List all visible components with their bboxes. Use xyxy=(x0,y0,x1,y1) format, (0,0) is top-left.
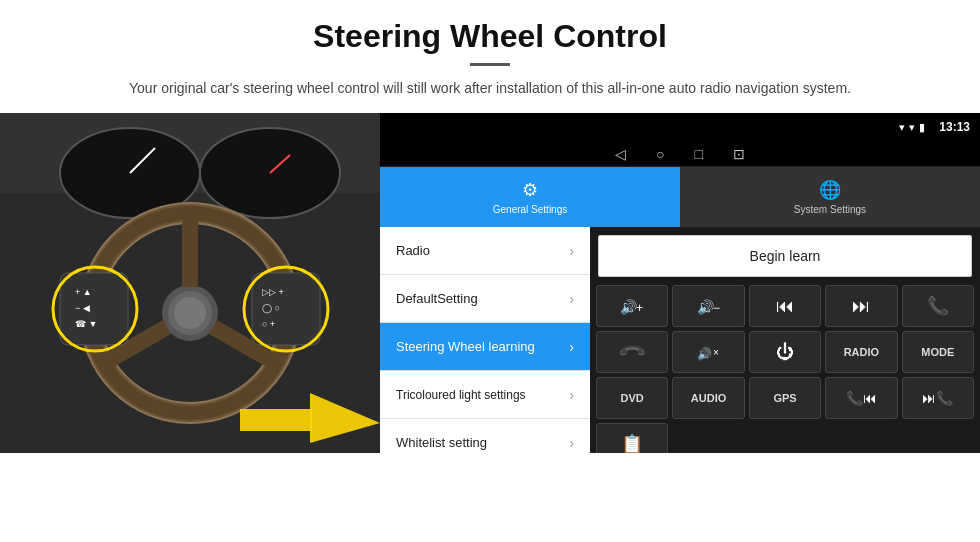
menu-item-whitelist[interactable]: Whitelist setting › xyxy=(380,419,590,453)
android-panel: ▾ ▾ ▮ 13:13 ◁ ○ □ ⊡ ⚙ General Settings 🌐… xyxy=(380,113,980,453)
gps-button[interactable]: GPS xyxy=(749,377,821,419)
menu-item-steering[interactable]: Steering Wheel learning › xyxy=(380,323,590,371)
menu-item-tricoloured-label: Tricoloured light settings xyxy=(396,388,526,402)
svg-text:+: + xyxy=(636,301,643,315)
page-title: Steering Wheel Control xyxy=(40,18,940,55)
svg-rect-15 xyxy=(60,273,128,345)
power-button[interactable]: ⏻ xyxy=(749,331,821,373)
nav-bar: ◁ ○ □ ⊡ xyxy=(380,141,980,167)
phone-next-button[interactable]: ⏭📞 xyxy=(902,377,974,419)
prev-track-icon: ⏮ xyxy=(776,296,794,317)
battery-icon: ▮ xyxy=(919,121,925,134)
radio-button[interactable]: RADIO xyxy=(825,331,897,373)
chevron-icon: › xyxy=(569,291,574,307)
control-grid: 🔊 + 🔊 − ⏮ ⏭ xyxy=(590,285,980,453)
mode-label: MODE xyxy=(921,346,954,358)
control-panel: Begin learn 🔊 + 🔊 − xyxy=(590,227,980,453)
signal-icon: ▾ xyxy=(909,121,915,134)
svg-text:▷▷  +: ▷▷ + xyxy=(262,287,284,297)
status-time: 13:13 xyxy=(939,120,970,134)
phone-icon: 📞 xyxy=(927,295,949,317)
svg-text:◯   ○: ◯ ○ xyxy=(262,303,280,314)
phone-prev-button[interactable]: 📞⏮ xyxy=(825,377,897,419)
vol-down-button[interactable]: 🔊 − xyxy=(672,285,744,327)
android-main: Radio › DefaultSetting › Steering Wheel … xyxy=(380,227,980,453)
gps-label: GPS xyxy=(773,392,796,404)
tab-system[interactable]: 🌐 System Settings xyxy=(680,167,980,227)
menu-item-default[interactable]: DefaultSetting › xyxy=(380,275,590,323)
bottom-section: + ▲ − ◀ ☎ ▼ ▷▷ + ◯ ○ ○ + xyxy=(0,113,980,453)
tab-general-label: General Settings xyxy=(493,204,568,215)
title-divider xyxy=(470,63,510,66)
end-call-icon: 📞 xyxy=(617,336,648,367)
phone-next-icon: ⏭📞 xyxy=(922,390,953,406)
vol-down-icon: 🔊 − xyxy=(695,292,723,320)
dvd-label: DVD xyxy=(621,392,644,404)
phone-prev-icon: 📞⏮ xyxy=(846,390,877,406)
next-track-button[interactable]: ⏭ xyxy=(825,285,897,327)
menu-list: Radio › DefaultSetting › Steering Wheel … xyxy=(380,227,590,453)
chevron-icon: › xyxy=(569,435,574,451)
menu-item-default-label: DefaultSetting xyxy=(396,291,478,306)
subtitle-text: Your original car's steering wheel contr… xyxy=(80,78,900,99)
svg-text:🔊: 🔊 xyxy=(697,346,712,361)
menu-item-radio-label: Radio xyxy=(396,243,430,258)
status-bar: ▾ ▾ ▮ 13:13 xyxy=(380,113,980,141)
end-call-button[interactable]: 📞 xyxy=(596,331,668,373)
status-icons: ▾ ▾ ▮ xyxy=(899,121,925,134)
dvd-button[interactable]: DVD xyxy=(596,377,668,419)
mute-button[interactable]: 🔊 × xyxy=(672,331,744,373)
power-icon: ⏻ xyxy=(776,342,794,363)
back-button[interactable]: ◁ xyxy=(615,146,626,162)
vol-up-button[interactable]: 🔊 + xyxy=(596,285,668,327)
car-image-panel: + ▲ − ◀ ☎ ▼ ▷▷ + ◯ ○ ○ + xyxy=(0,113,380,453)
svg-text:☎  ▼: ☎ ▼ xyxy=(75,319,97,329)
next-track-icon: ⏭ xyxy=(852,296,870,317)
svg-rect-26 xyxy=(240,409,312,431)
steering-wheel-svg: + ▲ − ◀ ☎ ▼ ▷▷ + ◯ ○ ○ + xyxy=(0,113,380,453)
menu-item-tricoloured[interactable]: Tricoloured light settings › xyxy=(380,371,590,419)
recent-button[interactable]: □ xyxy=(695,146,703,162)
audio-button[interactable]: AUDIO xyxy=(672,377,744,419)
list-icon: 📋 xyxy=(621,433,643,453)
home-button[interactable]: ○ xyxy=(656,146,664,162)
header-section: Steering Wheel Control Your original car… xyxy=(0,0,980,109)
audio-label: AUDIO xyxy=(691,392,726,404)
tab-general[interactable]: ⚙ General Settings xyxy=(380,167,680,227)
chevron-icon: › xyxy=(569,339,574,355)
menu-item-whitelist-label: Whitelist setting xyxy=(396,435,487,450)
svg-text:−  ◀: − ◀ xyxy=(75,303,90,313)
chevron-icon: › xyxy=(569,387,574,403)
globe-icon: 🌐 xyxy=(819,179,841,201)
wifi-icon: ▾ xyxy=(899,121,905,134)
svg-text:+  ▲: + ▲ xyxy=(75,287,92,297)
list-button[interactable]: 📋 xyxy=(596,423,668,453)
tab-header: ⚙ General Settings 🌐 System Settings xyxy=(380,167,980,227)
svg-text:−: − xyxy=(713,301,720,315)
gear-icon: ⚙ xyxy=(522,179,538,201)
mute-icon: 🔊 × xyxy=(695,338,723,366)
begin-learn-button[interactable]: Begin learn xyxy=(598,235,972,277)
car-background: + ▲ − ◀ ☎ ▼ ▷▷ + ◯ ○ ○ + xyxy=(0,113,380,453)
menu-item-steering-label: Steering Wheel learning xyxy=(396,339,535,354)
tab-system-label: System Settings xyxy=(794,204,866,215)
svg-point-11 xyxy=(174,297,206,329)
svg-text:×: × xyxy=(713,347,719,358)
mode-button[interactable]: MODE xyxy=(902,331,974,373)
screenshot-button[interactable]: ⊡ xyxy=(733,146,745,162)
radio-label: RADIO xyxy=(844,346,879,358)
chevron-icon: › xyxy=(569,243,574,259)
menu-item-radio[interactable]: Radio › xyxy=(380,227,590,275)
call-button[interactable]: 📞 xyxy=(902,285,974,327)
svg-text:○   +: ○ + xyxy=(262,319,275,329)
prev-track-button[interactable]: ⏮ xyxy=(749,285,821,327)
vol-up-icon: 🔊 + xyxy=(618,292,646,320)
begin-learn-row: Begin learn xyxy=(590,227,980,285)
